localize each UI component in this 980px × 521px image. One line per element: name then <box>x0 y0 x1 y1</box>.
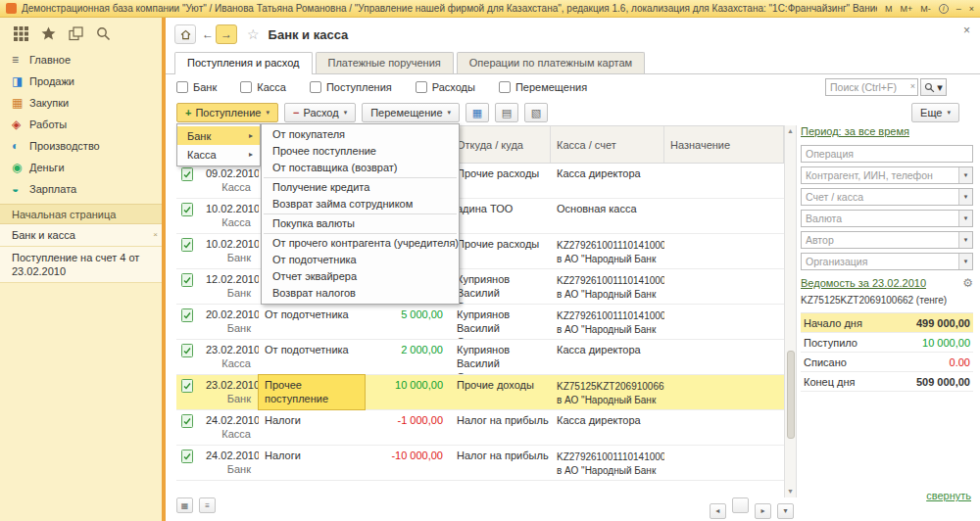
scroll-down-icon[interactable]: ▼ <box>785 486 796 497</box>
scrollbar-thumb[interactable] <box>787 351 795 439</box>
header-from-to-column[interactable]: Откуда / куда <box>451 126 551 163</box>
cell-purpose[interactable] <box>664 164 784 198</box>
search-icon[interactable] <box>96 26 111 41</box>
footer-view-button-2[interactable]: ≡ <box>199 497 216 513</box>
all-functions-grid-icon[interactable] <box>14 26 28 41</box>
forward-button[interactable]: → <box>216 24 237 44</box>
close-form-button[interactable]: × <box>963 24 970 37</box>
combo-arrow-icon[interactable]: ▼ <box>958 167 972 183</box>
period-link[interactable]: Период: за все время <box>801 125 909 137</box>
menu-item-credit[interactable]: Получение кредита <box>262 179 459 196</box>
favorite-star-icon[interactable]: ☆ <box>247 26 260 42</box>
open-window-receipt-doc[interactable]: Поступление на счет 4 от 23.02.2010 <box>0 247 162 283</box>
sidebar-item-works[interactable]: ◈Работы <box>0 114 162 135</box>
sidebar-item-sales[interactable]: ◨Продажи <box>0 71 162 92</box>
receipt-button[interactable]: +Поступление▾ <box>176 103 278 122</box>
info-icon[interactable]: i <box>939 4 949 14</box>
cell-operation[interactable]: Налоги <box>259 410 365 445</box>
cell-account[interactable]: Касса директора <box>551 164 664 198</box>
calc-m-minus-button[interactable]: М- <box>920 4 931 14</box>
operation-input[interactable] <box>801 145 973 163</box>
account-input[interactable] <box>801 188 973 206</box>
table-row[interactable]: 24.02.2010Касса Налоги -1 000,00 Налог н… <box>176 410 784 446</box>
header-purpose-column[interactable]: Назначение <box>664 126 784 163</box>
menu-item-accountable-person[interactable]: От подотчетника <box>262 252 459 268</box>
sidebar-item-purchases[interactable]: ▦Закупки <box>0 92 162 114</box>
checkbox-transfers[interactable]: Перемещения <box>499 81 587 93</box>
combo-arrow-icon[interactable]: ▼ <box>958 232 972 248</box>
cell-from-to[interactable]: Куприянов Василий Сергеевич <box>451 340 551 374</box>
cell-date[interactable]: 20.02.2010Банк <box>200 305 259 339</box>
search-button[interactable]: ▾ <box>920 78 947 96</box>
create-based-on-button[interactable]: ▦ <box>466 103 489 122</box>
calc-m-button[interactable]: М <box>885 4 893 14</box>
menu-item-supplier-return[interactable]: От поставщика (возврат) <box>262 160 459 176</box>
back-button[interactable]: ← <box>200 27 216 41</box>
cell-from-to[interactable]: Налог на прибыль <box>451 446 551 480</box>
cell-purpose[interactable] <box>664 446 784 480</box>
menu-item-acquirer-report[interactable]: Отчет эквайрера <box>262 268 459 285</box>
cell-from-to[interactable]: Налог на прибыль <box>451 410 551 445</box>
reports-button[interactable]: ▧ <box>524 103 548 122</box>
cell-amount[interactable]: 2 000,00 <box>365 340 451 374</box>
cell-account[interactable]: KZ279261001110141000, в АО "Народный Бан… <box>551 234 664 268</box>
sidebar-item-money[interactable]: ◉Деньги <box>0 157 162 178</box>
cell-amount[interactable]: 10 000,00 <box>365 375 451 409</box>
page-menu-button[interactable]: ▾ <box>777 503 794 519</box>
cell-amount[interactable]: 5 000,00 <box>365 305 451 339</box>
cell-from-to[interactable]: адина ТОО <box>451 199 551 233</box>
checkbox-receipts[interactable]: Поступления <box>310 81 392 93</box>
cell-date[interactable]: 09.02.2010Касса <box>200 164 259 198</box>
author-input[interactable] <box>801 231 973 249</box>
currency-input[interactable] <box>801 210 973 227</box>
menu-item-tax-refund[interactable]: Возврат налогов <box>262 285 459 302</box>
page-prev-button[interactable]: ◂ <box>710 503 726 519</box>
cell-from-to[interactable]: Прочие расходы <box>451 234 551 268</box>
start-page-link[interactable]: Начальная страница <box>0 204 162 224</box>
combo-arrow-icon[interactable]: ▼ <box>958 189 972 205</box>
cell-purpose[interactable] <box>664 340 784 374</box>
clear-search-icon[interactable]: × <box>910 81 915 91</box>
tab-card-operations[interactable]: Операции по платежным картам <box>457 52 645 73</box>
cell-amount[interactable]: -1 000,00 <box>365 410 451 445</box>
menu-item-other-receipt[interactable]: Прочее поступление <box>262 143 459 160</box>
header-account-column[interactable]: Касса / счет <box>551 126 664 163</box>
scroll-thumb-button[interactable] <box>732 497 749 513</box>
cell-from-to[interactable]: Куприянов Василий Сергеевич <box>451 305 551 339</box>
close-app-button[interactable]: × <box>969 4 974 14</box>
cell-date[interactable]: 24.02.2010Банк <box>200 446 259 480</box>
menu-item-other-counterparty[interactable]: От прочего контрагента (учредителя) <box>262 235 459 252</box>
checkbox-cash[interactable]: Касса <box>240 81 286 93</box>
menu-item-cash[interactable]: Касса▸ <box>177 145 260 164</box>
cell-purpose[interactable] <box>664 410 784 445</box>
vertical-scrollbar[interactable]: ▲ ▼ <box>784 125 797 497</box>
combo-arrow-icon[interactable]: ▼ <box>958 211 972 226</box>
calc-m-plus-button[interactable]: М+ <box>900 4 912 14</box>
cell-amount[interactable]: -10 000,00 <box>365 446 451 480</box>
table-row[interactable]: 23.02.2010Касса От подотчетника 2 000,00… <box>176 340 784 375</box>
cell-date[interactable]: 24.02.2010Касса <box>200 410 259 445</box>
cell-account[interactable]: Основная касса <box>551 199 664 233</box>
combo-arrow-icon[interactable]: ▼ <box>958 254 972 269</box>
minimize-button[interactable]: – <box>956 4 961 14</box>
cell-date[interactable]: 10.02.2010Касса <box>200 199 259 233</box>
cell-purpose[interactable] <box>664 305 784 339</box>
history-icon[interactable] <box>69 26 83 41</box>
more-button[interactable]: Еще▾ <box>911 103 959 122</box>
cell-account[interactable]: KZ279261001110141000, в АО "Народный Бан… <box>551 446 664 480</box>
collapse-link[interactable]: свернуть <box>926 490 971 501</box>
cell-operation[interactable]: От подотчетника <box>259 305 365 339</box>
cell-date[interactable]: 23.02.2010Банк <box>200 375 259 409</box>
page-next-button[interactable]: ▸ <box>755 503 771 519</box>
cell-from-to[interactable]: Куприянов Василий Сергеевич <box>451 269 551 304</box>
footer-view-button-1[interactable]: ▦ <box>176 497 193 513</box>
tab-payment-orders[interactable]: Платежные поручения <box>316 52 454 73</box>
menu-item-currency-purchase[interactable]: Покупка валюты <box>262 215 459 232</box>
table-row[interactable]: 24.02.2010Банк Налоги -10 000,00 Налог н… <box>176 446 784 481</box>
cell-account[interactable]: Касса директора <box>551 340 664 374</box>
cell-purpose[interactable] <box>664 269 784 304</box>
cell-date[interactable]: 12.02.2010Банк <box>200 269 259 304</box>
scroll-up-icon[interactable]: ▲ <box>785 125 796 137</box>
print-button[interactable]: ▤ <box>495 103 518 122</box>
cell-account[interactable]: KZ279261001110141000, в АО "Народный Бан… <box>551 305 664 339</box>
